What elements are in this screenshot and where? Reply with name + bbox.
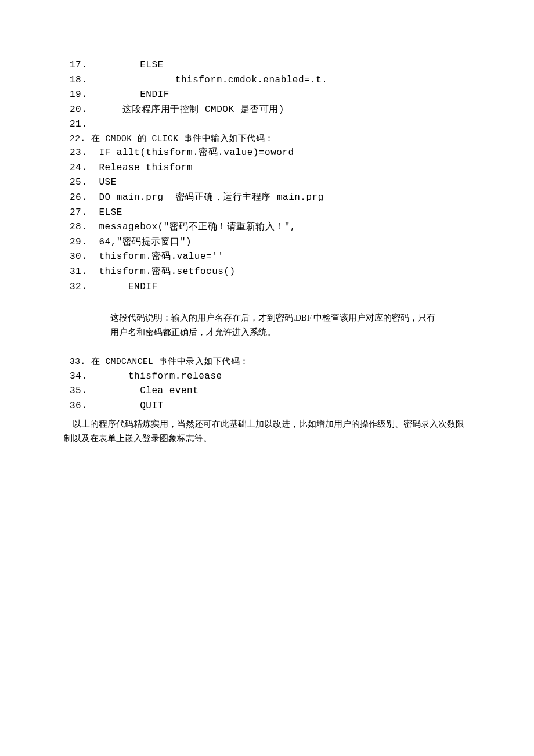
document-page: 17. ELSE 18. thisform.cmdok.enabled=.t. … [0, 0, 534, 446]
final-paragraph: 以上的程序代码精炼实用，当然还可在此基础上加以改进，比如增加用户的操作级别、密码… [64, 417, 464, 445]
code-line-20: 20. 这段程序用于控制 CMDOK 是否可用) [70, 103, 464, 118]
code-line-33: 33. 在 CMDCANCEL 事件中录入如下代码： [70, 355, 464, 369]
code-line-26: 26. DO main.prg 密码正确，运行主程序 main.prg [70, 190, 464, 206]
explanation-paragraph-1: 这段代码说明：输入的用户名存在后，才到密码.DBF 中检查该用户对应的密码，只有… [110, 311, 441, 339]
code-line-25: 25. USE [70, 175, 464, 190]
code-line-29: 29. 64,"密码提示窗口") [70, 235, 464, 250]
code-line-35: 35. Clea event [70, 384, 464, 399]
code-line-23: 23. IF allt(thisform.密码.value)=oword [70, 146, 464, 161]
code-line-32: 32. ENDIF [70, 280, 464, 295]
code-line-27: 27. ELSE [70, 206, 464, 221]
code-line-31: 31. thisform.密码.setfocus() [70, 265, 464, 280]
code-line-17: 17. ELSE [70, 58, 464, 73]
code-line-21: 21. [70, 117, 464, 132]
code-line-30: 30. thisform.密码.value='' [70, 250, 464, 265]
code-line-28: 28. messagebox("密码不正确！请重新输入！", [70, 220, 464, 235]
code-line-22: 22. 在 CMDOK 的 CLICK 事件中输入如下代码： [70, 132, 464, 146]
code-line-34: 34. thisform.release [70, 369, 464, 384]
code-line-19: 19. ENDIF [70, 88, 464, 103]
code-line-36: 36. QUIT [70, 399, 464, 414]
code-line-18: 18. thisform.cmdok.enabled=.t. [70, 73, 464, 88]
code-line-24: 24. Release thisform [70, 161, 464, 176]
